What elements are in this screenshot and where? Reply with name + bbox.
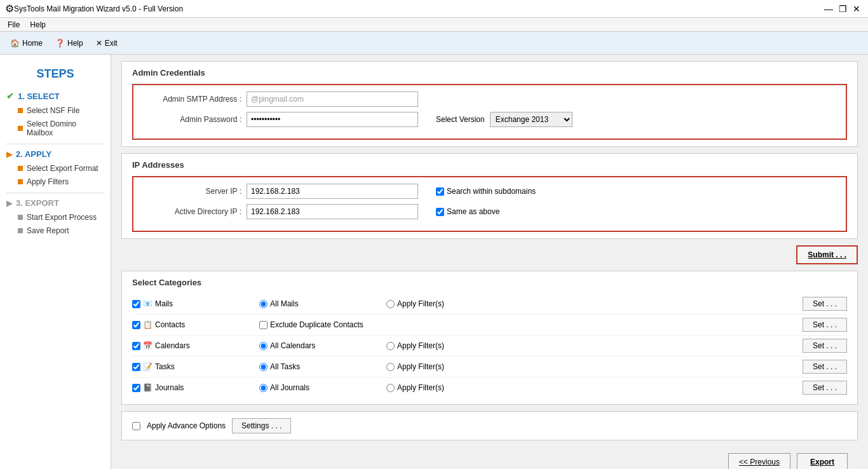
maximize-button[interactable]: ❐ bbox=[836, 3, 849, 15]
calendars-radio-all-label: All Calendars bbox=[270, 341, 315, 350]
close-button[interactable]: ✕ bbox=[850, 3, 863, 15]
step1-header: ✔ 1. SELECT bbox=[6, 91, 104, 101]
sidebar: STEPS ✔ 1. SELECT Select NSF File Select… bbox=[0, 55, 111, 469]
help-button[interactable]: ❓ Help bbox=[50, 36, 88, 50]
active-directory-input[interactable] bbox=[247, 204, 418, 219]
password-row: Admin Password : Select Version Exchange… bbox=[140, 112, 839, 127]
content-area: Admin Credentials Admin SMTP Address : A… bbox=[111, 55, 868, 469]
dot-icon bbox=[18, 126, 23, 131]
main-layout: STEPS ✔ 1. SELECT Select NSF File Select… bbox=[0, 55, 868, 469]
calendars-radio-all[interactable] bbox=[259, 342, 268, 350]
category-row-mails: 📧 Mails All Mails Apply Filter(s) Set . … bbox=[132, 294, 847, 315]
menu-file[interactable]: File bbox=[3, 19, 25, 31]
tasks-radio-filter-col: Apply Filter(s) bbox=[386, 362, 513, 371]
version-select[interactable]: Exchange 2013 Exchange 2010 Exchange 200… bbox=[490, 112, 573, 127]
calendars-checkbox[interactable] bbox=[132, 342, 140, 350]
smtp-input[interactable] bbox=[247, 92, 418, 107]
menu-help[interactable]: Help bbox=[25, 19, 51, 31]
server-ip-input[interactable] bbox=[247, 184, 418, 199]
sidebar-item-apply-filters[interactable]: Apply Filters bbox=[6, 176, 104, 187]
help-label: Help bbox=[67, 39, 83, 48]
advance-options-checkbox[interactable] bbox=[132, 422, 140, 430]
tasks-radio-all-label: All Tasks bbox=[270, 362, 300, 371]
journals-radio-filter-label: Apply Filter(s) bbox=[397, 383, 444, 392]
tasks-radio-filter-label: Apply Filter(s) bbox=[397, 362, 444, 371]
tasks-set-button[interactable]: Set . . . bbox=[803, 360, 847, 374]
journals-radio-all-label: All Journals bbox=[270, 383, 309, 392]
search-subdomains-checkbox[interactable] bbox=[436, 187, 444, 196]
step2-header: ▶ 2. APPLY bbox=[6, 149, 104, 159]
contacts-set-button[interactable]: Set . . . bbox=[803, 318, 847, 332]
calendars-icon: 📅 bbox=[143, 341, 153, 350]
journals-radio-all[interactable] bbox=[259, 384, 268, 392]
step1-check-icon: ✔ bbox=[6, 91, 14, 101]
admin-credentials-section: Admin Credentials Admin SMTP Address : A… bbox=[121, 61, 858, 147]
dot-inactive-icon bbox=[18, 228, 23, 233]
journals-check-col: 📓 Journals bbox=[132, 383, 259, 392]
password-input[interactable] bbox=[247, 112, 418, 127]
window-title: SysTools Mail Migration Wizard v5.0 - Fu… bbox=[14, 4, 822, 13]
exit-button[interactable]: ✕ Exit bbox=[91, 36, 123, 50]
step2-arrow-icon: ▶ bbox=[6, 150, 12, 159]
admin-credentials-box: Admin SMTP Address : Admin Password : Se… bbox=[132, 84, 847, 140]
journals-set-button[interactable]: Set . . . bbox=[803, 381, 847, 395]
title-bar: ⚙ SysTools Mail Migration Wizard v5.0 - … bbox=[0, 0, 868, 18]
admin-credentials-title: Admin Credentials bbox=[132, 68, 847, 78]
exclude-duplicate-label: Exclude Duplicate Contacts bbox=[270, 320, 363, 329]
mails-radio-all[interactable] bbox=[259, 300, 268, 308]
calendars-radio-filter[interactable] bbox=[386, 342, 395, 350]
tasks-check-col: 📝 Tasks bbox=[132, 362, 259, 371]
app-icon: ⚙ bbox=[5, 3, 14, 15]
export-button[interactable]: Export bbox=[797, 453, 848, 469]
mails-radio-filter[interactable] bbox=[386, 300, 395, 308]
sidebar-item-domino-mailbox[interactable]: Select Domino Mailbox bbox=[6, 118, 104, 139]
step2-label: 2. APPLY bbox=[16, 149, 51, 159]
tasks-icon: 📝 bbox=[143, 362, 153, 371]
sidebar-item-save-report[interactable]: Save Report bbox=[6, 225, 104, 236]
home-icon: 🏠 bbox=[10, 39, 20, 48]
home-button[interactable]: 🏠 Home bbox=[5, 36, 48, 50]
mails-radio-filter-col: Apply Filter(s) bbox=[386, 299, 513, 308]
journals-radio-filter[interactable] bbox=[386, 384, 395, 392]
calendars-set-button[interactable]: Set . . . bbox=[803, 339, 847, 353]
window-controls: — ❐ ✕ bbox=[822, 3, 863, 15]
mails-radio-all-col: All Mails bbox=[259, 299, 386, 308]
journals-icon: 📓 bbox=[143, 383, 153, 392]
journals-btn-col: Set . . . bbox=[513, 381, 847, 395]
tasks-radio-all[interactable] bbox=[259, 363, 268, 371]
previous-button[interactable]: << Previous bbox=[728, 453, 790, 469]
exclude-duplicate-checkbox[interactable] bbox=[259, 321, 268, 329]
contacts-icon: 📋 bbox=[143, 320, 153, 329]
calendars-radio-all-col: All Calendars bbox=[259, 341, 386, 350]
sidebar-item-select-nsf[interactable]: Select NSF File bbox=[6, 105, 104, 116]
category-row-journals: 📓 Journals All Journals Apply Filter(s) … bbox=[132, 377, 847, 398]
dot-icon bbox=[18, 179, 23, 184]
help-icon: ❓ bbox=[55, 39, 65, 48]
step1-label: 1. SELECT bbox=[18, 92, 60, 101]
tasks-radio-filter[interactable] bbox=[386, 363, 395, 371]
minimize-button[interactable]: — bbox=[822, 3, 835, 15]
server-ip-label: Server IP : bbox=[140, 187, 241, 196]
exit-icon: ✕ bbox=[96, 39, 102, 48]
contacts-checkbox[interactable] bbox=[132, 321, 140, 329]
search-subdomains-label[interactable]: Search within subdomains bbox=[436, 187, 536, 196]
mails-radio-all-label: All Mails bbox=[270, 299, 299, 308]
same-as-above-checkbox[interactable] bbox=[436, 208, 444, 216]
sidebar-item-label: Select NSF File bbox=[27, 106, 79, 115]
mails-set-button[interactable]: Set . . . bbox=[803, 297, 847, 311]
submit-button[interactable]: Submit . . . bbox=[796, 245, 858, 264]
sidebar-item-start-export[interactable]: Start Export Process bbox=[6, 212, 104, 223]
sidebar-item-export-format[interactable]: Select Export Format bbox=[6, 163, 104, 174]
ip-addresses-box: Server IP : Search within subdomains Act… bbox=[132, 176, 847, 232]
journals-checkbox[interactable] bbox=[132, 384, 140, 392]
settings-button[interactable]: Settings . . . bbox=[232, 418, 291, 433]
mails-icon: 📧 bbox=[143, 299, 153, 308]
category-row-tasks: 📝 Tasks All Tasks Apply Filter(s) Set . … bbox=[132, 357, 847, 377]
mails-checkbox[interactable] bbox=[132, 300, 140, 308]
version-label: Select Version bbox=[436, 115, 485, 124]
sidebar-item-label: Save Report bbox=[27, 226, 69, 235]
submit-area: Submit . . . bbox=[121, 245, 858, 264]
categories-section: Select Categories 📧 Mails All Mails Appl… bbox=[121, 271, 858, 405]
same-as-above-label[interactable]: Same as above bbox=[436, 207, 499, 216]
tasks-checkbox[interactable] bbox=[132, 363, 140, 371]
